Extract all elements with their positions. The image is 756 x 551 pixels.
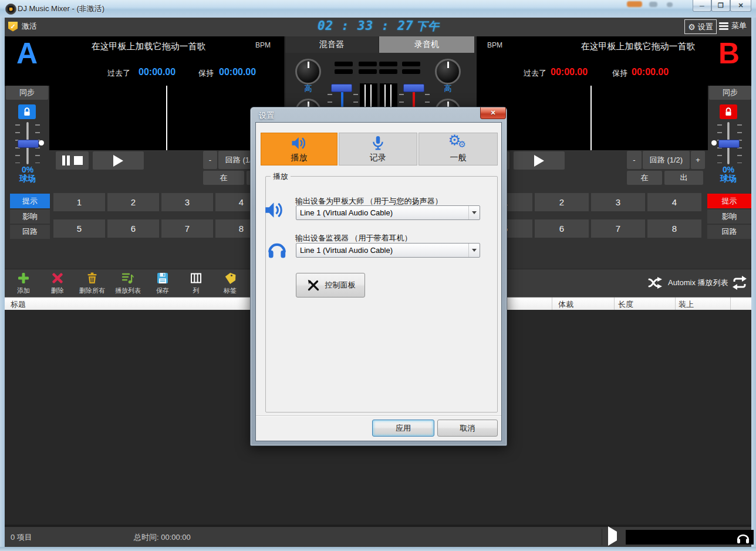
- deck-b-keylock-button[interactable]: [720, 104, 737, 119]
- deck-a-sync-button[interactable]: 同步: [6, 86, 48, 100]
- deck-b-cue-3[interactable]: 3: [591, 193, 645, 211]
- columns-button[interactable]: 列: [183, 271, 210, 295]
- deck-a-pitch-handle[interactable]: [18, 140, 39, 148]
- deck-b-cue-tab-fx[interactable]: 影响: [707, 209, 751, 224]
- remove-all-button[interactable]: 删除所有: [75, 271, 109, 295]
- pause-icon: [62, 156, 65, 165]
- playlist-button[interactable]: 播放列表: [111, 271, 145, 295]
- column-length[interactable]: 长度: [618, 299, 633, 310]
- tab-general[interactable]: ⚙ ⚙ 一般: [419, 133, 498, 165]
- cancel-button[interactable]: 取消: [437, 420, 498, 437]
- deck-a-cue-3[interactable]: 3: [161, 193, 213, 211]
- deck-a-cue-tab-loop[interactable]: 回路: [10, 225, 50, 239]
- deck-b-eq-high-knob[interactable]: [435, 59, 461, 84]
- menu-label: 菜单: [731, 21, 747, 31]
- deck-a-loop-minus-button[interactable]: -: [203, 151, 217, 169]
- close-button[interactable]: ✕: [730, 0, 751, 12]
- monitor-output-select[interactable]: Line 1 (Virtual Audio Cable): [296, 243, 480, 258]
- deck-a-cue-5[interactable]: 5: [53, 219, 105, 238]
- deck-a-cue-2[interactable]: 2: [107, 193, 159, 211]
- plus-icon: [16, 271, 31, 285]
- settings-button[interactable]: ⚙ 设置: [684, 19, 717, 34]
- deck-b-loop-plus-button[interactable]: +: [691, 151, 705, 169]
- activate-button[interactable]: ✓ 激活: [8, 21, 37, 32]
- save-button[interactable]: 保存: [147, 271, 178, 295]
- deck-b-cue-tab-loop[interactable]: 回路: [707, 225, 751, 239]
- status-bar: 0 项目 总时间: 00:00:00: [5, 527, 751, 547]
- deck-b-volume-fader[interactable]: [403, 84, 424, 92]
- remove-button[interactable]: 删除: [42, 271, 73, 295]
- deck-a-eq-high-label: 高: [295, 83, 321, 94]
- group-label: 播放: [271, 171, 291, 182]
- microphone-icon: [370, 136, 386, 151]
- deck-b-cue-2[interactable]: 2: [535, 193, 589, 211]
- preview-play-button[interactable]: [608, 532, 617, 540]
- master-output-value: Line 1 (Virtual Audio Cable): [296, 208, 468, 217]
- menu-button[interactable]: 菜单: [719, 21, 747, 31]
- column-loaded[interactable]: 装上: [679, 299, 694, 310]
- dialog-close-button[interactable]: ✕: [480, 107, 506, 119]
- pause-icon: [67, 156, 70, 165]
- tab-recorder[interactable]: 录音机: [379, 36, 474, 53]
- maximize-button[interactable]: ❐: [711, 0, 730, 12]
- deck-b-hold-value: 00:00.00: [632, 67, 669, 77]
- deck-a-waveform[interactable]: [49, 86, 284, 150]
- vu-segment: [359, 62, 377, 66]
- deck-a-loop-in-button[interactable]: 在: [203, 171, 244, 185]
- deck-b-load-hint: 在这甲板上加载它拖动一首歌: [541, 41, 735, 52]
- trash-icon: [85, 271, 99, 285]
- items-count: 0 项目: [11, 532, 32, 543]
- tab-record-label: 记录: [370, 153, 386, 163]
- tab-playback[interactable]: 播放: [261, 133, 338, 165]
- add-button[interactable]: 添加: [8, 271, 39, 295]
- deck-b-cue-8[interactable]: 8: [647, 219, 701, 238]
- minimize-button[interactable]: ─: [693, 0, 711, 12]
- deck-a-cue-tab-hint[interactable]: 提示: [10, 194, 50, 208]
- dialog-title: 设置: [259, 110, 274, 121]
- speaker-icon: [291, 136, 308, 151]
- deck-a-volume-fader[interactable]: [331, 84, 352, 92]
- deck-b-play-button[interactable]: [514, 151, 565, 170]
- master-output-select[interactable]: Line 1 (Virtual Audio Cable): [296, 205, 480, 220]
- deck-b-cue-7[interactable]: 7: [591, 219, 645, 238]
- deck-b-loop-out-button[interactable]: 出: [664, 171, 703, 185]
- shuffle-icon: [648, 277, 663, 289]
- apply-button[interactable]: 应用: [372, 420, 434, 437]
- preview-track-bar[interactable]: [626, 530, 754, 545]
- deck-b-loop-in-button[interactable]: 在: [627, 171, 662, 185]
- automix-toggle[interactable]: Automix 播放列表: [648, 277, 728, 289]
- tag-icon: [223, 271, 237, 285]
- deck-a-letter: A: [16, 36, 38, 70]
- deck-b-elapsed-value: 00:00.00: [551, 67, 588, 77]
- column-title[interactable]: 标题: [11, 299, 26, 310]
- deck-a-cue-6[interactable]: 6: [107, 219, 159, 238]
- deck-b-cue-4[interactable]: 4: [647, 193, 701, 211]
- tags-button[interactable]: 标签: [215, 271, 245, 295]
- column-genre[interactable]: 体裁: [558, 299, 573, 310]
- vu-segment: [335, 62, 353, 66]
- deck-b-loop-label[interactable]: 回路 (1/2): [643, 151, 690, 169]
- repeat-button[interactable]: [731, 276, 748, 292]
- gear-icon: ⚙: [688, 22, 696, 32]
- deck-b-pitch-label: 球场: [713, 174, 744, 184]
- deck-a-play-button[interactable]: [93, 151, 144, 170]
- pitch-zero-dot: [711, 140, 717, 146]
- deck-b-waveform[interactable]: [477, 86, 708, 150]
- deck-b-loop-minus-button[interactable]: -: [627, 151, 642, 169]
- columns-icon: [189, 271, 203, 285]
- deck-a-cue-7[interactable]: 7: [161, 219, 213, 238]
- tab-mixer[interactable]: 混音器: [285, 36, 378, 53]
- deck-b-pitch-handle[interactable]: [718, 140, 740, 148]
- deck-b-cue-6[interactable]: 6: [535, 219, 589, 238]
- control-panel-label: 控制面板: [325, 280, 356, 290]
- deck-a-eq-high-knob[interactable]: [295, 59, 321, 84]
- deck-a-cue-tab-fx[interactable]: 影响: [10, 209, 50, 224]
- control-panel-button[interactable]: 控制面板: [296, 273, 365, 298]
- deck-a-pause-stop-button[interactable]: [56, 151, 89, 170]
- deck-b-cue-tab-hint[interactable]: 提示: [707, 194, 751, 208]
- repeat-icon: [731, 276, 748, 290]
- tab-record[interactable]: 记录: [339, 133, 417, 165]
- deck-a-cue-1[interactable]: 1: [53, 193, 105, 211]
- deck-b-sync-button[interactable]: 同步: [709, 86, 751, 100]
- deck-a-keylock-button[interactable]: [18, 104, 36, 119]
